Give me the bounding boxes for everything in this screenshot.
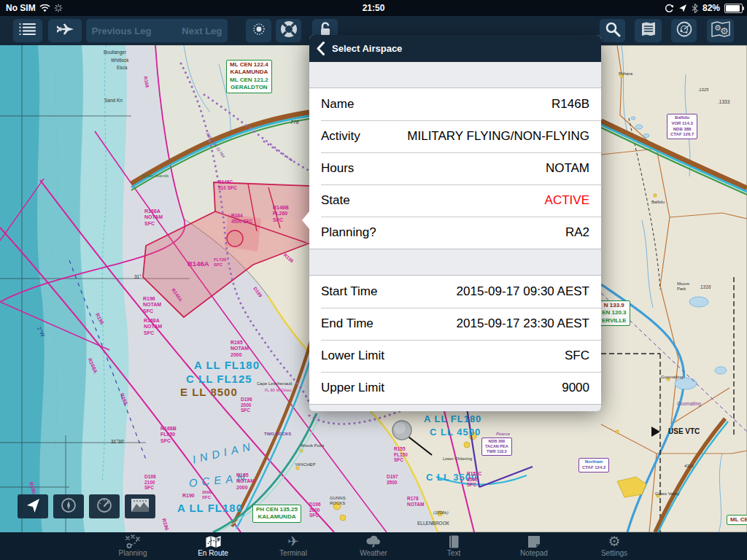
tab-label: Notepad [520, 549, 548, 557]
map-label: R153C 3500 SFC [467, 471, 481, 488]
note-icon [527, 534, 541, 549]
svg-text:⚙: ⚙ [720, 26, 729, 36]
center-on-aircraft-button[interactable] [18, 494, 48, 518]
detail-row: Upper Limit 9000 [309, 372, 601, 404]
map-label: 31°30' [111, 439, 124, 445]
map-label: 778 [290, 120, 299, 125]
map-label: R156 [282, 252, 295, 264]
instruments-button[interactable] [89, 494, 120, 518]
tab-weather[interactable]: Weather [333, 532, 414, 560]
bluetooth-icon [692, 4, 698, 13]
map-label: R165 [118, 392, 128, 406]
map-label: R190 [28, 481, 37, 494]
map-frequency-box: BalliduVOR 114.3NDB 388CTAF 126.7 [667, 114, 697, 139]
map-label: Ballidu [651, 200, 665, 205]
select-airspace-popup: Select Airspace Name R146B Activity MILI… [309, 35, 601, 408]
gear-icon: ⚙ [608, 534, 620, 549]
app-screen: No SIM 21:50 82% [0, 0, 747, 560]
tab-label: Terminal [279, 549, 307, 557]
map-label: ELLENBROOK [417, 521, 449, 526]
detail-row: Planning? RA2 [309, 217, 601, 249]
tab-en-route[interactable]: En Route [173, 532, 253, 560]
next-leg-button[interactable]: Next Leg [182, 26, 222, 36]
map-frequency-box: NorthamCTAF 124.2 [578, 458, 609, 472]
back-button[interactable] [317, 42, 325, 55]
row-label: Start Time [321, 284, 377, 299]
map-label: JBB VOR 32 NM [205, 131, 226, 159]
map-label: R155 FL150 SFC [394, 446, 408, 463]
row-value: SFC [565, 349, 589, 363]
battery-icon [724, 4, 743, 13]
brightness-button[interactable] [246, 19, 271, 42]
tab-planning[interactable]: Planning [93, 532, 173, 560]
documents-button[interactable] [635, 19, 662, 42]
map-frequency-box: NDB 368TACAN PEATWR 118.3 [481, 438, 512, 456]
menu-list-icon [19, 23, 36, 39]
map-label: 4321 [684, 464, 694, 469]
map-label: R190 [182, 493, 195, 499]
map-label: Whitlock [111, 58, 129, 63]
group-spacer [309, 62, 601, 88]
terrain-icon [131, 498, 150, 516]
map-frequency-box: N 133.9EN 120.3ERVILLE [598, 300, 630, 326]
map-label: (1506±) [433, 510, 449, 516]
record-track-button[interactable] [276, 19, 301, 42]
tab-terminal[interactable]: ✈ Terminal [253, 532, 333, 560]
map-label: R165 NOTAM 2000 [231, 340, 249, 358]
search-button[interactable] [600, 19, 625, 42]
map-label: Cape Leschenault [257, 381, 292, 386]
map-label: R168A NOTAM SFC [144, 318, 162, 336]
row-value: 2015-09-17 09:30 AEST [457, 284, 589, 299]
row-label: State [321, 193, 350, 208]
row-value: RA2 [565, 225, 589, 240]
row-value: ACTIVE [545, 193, 589, 208]
map-label: 2°W [35, 326, 45, 338]
map-label: Pearce [496, 432, 510, 437]
compass-mode-button[interactable] [53, 494, 84, 518]
map-label: D196 2000 SFC [241, 397, 252, 413]
map-label: R184 4500 SFC [231, 213, 252, 224]
flight-plan-list-button[interactable] [13, 19, 42, 42]
row-label: Name [321, 97, 354, 112]
tab-label: Planning [119, 549, 147, 557]
detail-row: Activity MILITARY FLYING/NON-FLYING [309, 120, 601, 152]
map-label: R146A [187, 260, 209, 268]
detail-row: End Time 2015-09-17 23:30 AEST [309, 308, 601, 340]
map-label: Lower Chittering [443, 456, 472, 461]
documents-icon [640, 22, 657, 39]
map-label: Esca [117, 65, 127, 71]
map-label: INDIAN [191, 439, 256, 466]
detail-row: Start Time 2015-09-17 09:30 AEST [309, 276, 601, 308]
radar-button[interactable] [671, 19, 697, 42]
map-label: R146B FL260 SFC [273, 205, 289, 223]
popup-callout-notch [302, 211, 309, 229]
row-label: Upper Limit [321, 381, 384, 395]
tab-settings[interactable]: ⚙ Settings [574, 532, 654, 560]
airplane-icon: ✈ [287, 534, 299, 549]
tab-label: Weather [360, 549, 387, 557]
map-label: Pithara [619, 71, 632, 77]
map-label: .1333 [718, 99, 729, 105]
row-value: NOTAM [546, 161, 589, 176]
direct-to-button[interactable] [48, 19, 82, 42]
tab-label: Settings [601, 549, 627, 557]
map-label: 31° [134, 274, 142, 280]
airspace-times-group: Start Time 2015-09-17 09:30 AEST End Tim… [309, 275, 601, 405]
tab-text[interactable]: Text [414, 532, 494, 560]
map-label: Wreck Point [301, 443, 324, 448]
status-bar: No SIM 21:50 82% [0, 0, 747, 16]
map-label: YANCHEP [295, 462, 316, 467]
direct-to-plane-icon [55, 22, 74, 39]
map-settings-button[interactable]: ⚙⚙ [707, 19, 734, 42]
clock: 21:50 [0, 3, 747, 13]
popup-title: Select Airspace [332, 43, 402, 54]
map-label: R196 [160, 518, 170, 531]
terrain-profile-button[interactable] [125, 494, 155, 518]
map-label: D197 3500 [387, 474, 398, 485]
previous-leg-button[interactable]: Previous Leg [92, 26, 152, 36]
map-label: 2000 SFC [202, 490, 212, 500]
map-label: Goomalling [677, 401, 701, 407]
tab-notepad[interactable]: Notepad [494, 532, 574, 560]
map-label: E LL 8500 [180, 386, 238, 399]
map-label: Moore Park [677, 281, 689, 292]
